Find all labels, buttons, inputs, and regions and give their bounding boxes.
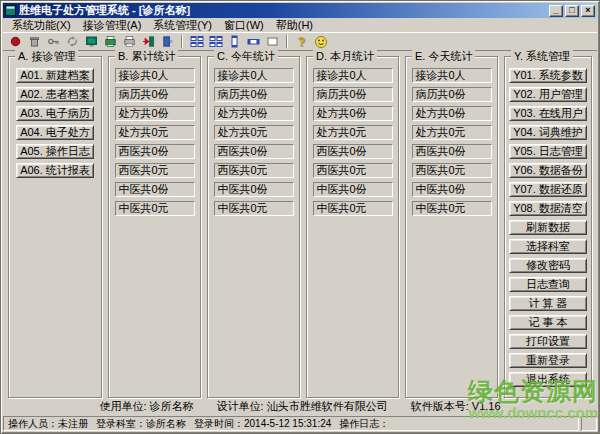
- stat-field: 西医共0元: [214, 163, 294, 178]
- field-column: 接诊共0人 病历共0份 处方共0份 处方共0元 西医共0份 西医共0元 中医共0…: [208, 57, 299, 397]
- button-y08-data-clear[interactable]: Y08. 数据清空: [509, 201, 587, 216]
- button-y05-log-management[interactable]: Y05. 日志管理: [509, 144, 587, 159]
- button-a01-new-file[interactable]: A01. 新建档案: [16, 68, 94, 83]
- button-a06-statistics-report[interactable]: A06. 统计报表: [16, 163, 94, 178]
- footer-design-unit: 设计单位: 汕头市胜维软件有限公司: [217, 400, 388, 412]
- button-log-query[interactable]: 日志查询: [509, 277, 587, 292]
- stat-field: 中医共0元: [214, 201, 294, 216]
- tile-vertical-icon[interactable]: [225, 34, 244, 50]
- window-title: 胜维电子处方管理系统 - [诊所名称]: [19, 3, 546, 18]
- tile-windows-icon[interactable]: [187, 34, 206, 50]
- button-y07-data-restore[interactable]: Y07. 数据还原: [509, 182, 587, 197]
- button-column: Y01. 系统参数 Y02. 用户管理 Y03. 在线用户 Y04. 词典维护 …: [505, 57, 591, 397]
- button-print-settings[interactable]: 打印设置: [509, 334, 587, 349]
- printer-icon[interactable]: [120, 34, 139, 50]
- print-preview-icon[interactable]: [101, 34, 120, 50]
- app-window: 胜维电子处方管理系统 - [诊所名称] _ □ × 系统功能(X) 接诊管理(A…: [0, 0, 600, 434]
- stat-field: 中医共0份: [412, 182, 492, 197]
- panel-legend: E. 今天统计: [412, 50, 475, 63]
- button-y02-user-management[interactable]: Y02. 用户管理: [509, 87, 587, 102]
- stat-field: 西医共0元: [313, 163, 393, 178]
- button-a03-emr[interactable]: A03. 电子病历: [16, 106, 94, 121]
- footer-version: 软件版本号: V1.16: [411, 400, 501, 412]
- smiley-icon[interactable]: [311, 34, 330, 50]
- stat-field: 处方共0份: [115, 106, 195, 121]
- stat-field: 接诊共0人: [214, 68, 294, 83]
- exit-icon[interactable]: [158, 34, 177, 50]
- status-bar: 操作人员：未注册 登录科室：诊所名称 登录时间：2014-5-12 15:31:…: [3, 416, 597, 431]
- button-relogin[interactable]: 重新登录: [509, 353, 587, 368]
- arrange-windows-icon[interactable]: [263, 34, 282, 50]
- menu-item-system-management[interactable]: 系统管理(Y): [147, 18, 218, 32]
- help-icon[interactable]: ?: [292, 34, 311, 50]
- panel-reception-management: A. 接诊管理 A01. 新建档案 A02. 患者档案 A03. 电子病历 A0…: [8, 56, 102, 398]
- stat-field: 处方共0元: [313, 125, 393, 140]
- monitor-icon[interactable]: [82, 34, 101, 50]
- status-operation-log: 操作日志：: [339, 417, 389, 431]
- button-a04-eprescription[interactable]: A04. 电子处方: [16, 125, 94, 140]
- stat-field: 中医共0元: [313, 201, 393, 216]
- field-column: 接诊共0人 病历共0份 处方共0份 处方共0元 西医共0份 西医共0元 中医共0…: [109, 57, 200, 397]
- minimize-button[interactable]: _: [549, 5, 563, 17]
- button-calculator[interactable]: 计 算 器: [509, 296, 587, 311]
- status-panel-main: 操作人员：未注册 登录科室：诊所名称 登录时间：2014-5-12 15:31:…: [3, 416, 579, 431]
- stat-field: 中医共0元: [412, 201, 492, 216]
- stat-field: 西医共0份: [412, 144, 492, 159]
- stat-field: 病历共0份: [313, 87, 393, 102]
- toolbar-separator: [181, 35, 183, 48]
- panel-system-management: Y. 系统管理 Y01. 系统参数 Y02. 用户管理 Y03. 在线用户 Y0…: [504, 56, 592, 398]
- refresh-icon[interactable]: [63, 34, 82, 50]
- field-column: 接诊共0人 病历共0份 处方共0份 处方共0元 西医共0份 西医共0元 中医共0…: [406, 57, 497, 397]
- panel-legend: C. 今年统计: [214, 50, 278, 63]
- stat-field: 西医共0份: [115, 144, 195, 159]
- status-login-department: 登录科室：诊所名称: [96, 417, 186, 431]
- panel-today-stats: E. 今天统计 接诊共0人 病历共0份 处方共0份 处方共0元 西医共0份 西医…: [405, 56, 498, 398]
- menu-item-help[interactable]: 帮助(H): [270, 18, 319, 32]
- stat-field: 中医共0份: [214, 182, 294, 197]
- new-record-icon[interactable]: [6, 34, 25, 50]
- button-a05-operation-log[interactable]: A05. 操作日志: [16, 144, 94, 159]
- stat-field: 处方共0元: [412, 125, 492, 140]
- menu-item-window[interactable]: 窗口(W): [218, 18, 270, 32]
- delete-icon[interactable]: [25, 34, 44, 50]
- close-button[interactable]: ×: [581, 5, 595, 17]
- button-y03-online-users[interactable]: Y03. 在线用户: [509, 106, 587, 121]
- button-y04-dictionary-maintenance[interactable]: Y04. 词典维护: [509, 125, 587, 140]
- panel-this-year-stats: C. 今年统计 接诊共0人 病历共0份 处方共0份 处方共0元 西医共0份 西医…: [207, 56, 300, 398]
- button-y06-data-backup[interactable]: Y06. 数据备份: [509, 163, 587, 178]
- stat-field: 病历共0份: [412, 87, 492, 102]
- stat-field: 处方共0元: [214, 125, 294, 140]
- toolbar: ?: [3, 32, 597, 50]
- button-y01-system-params[interactable]: Y01. 系统参数: [509, 68, 587, 83]
- title-bar: 胜维电子处方管理系统 - [诊所名称] _ □ ×: [3, 3, 597, 18]
- status-operator: 操作人员：未注册: [8, 417, 88, 431]
- button-exit-system[interactable]: 退出系统: [509, 372, 587, 387]
- stat-field: 中医共0元: [115, 201, 195, 216]
- toolbar-separator: [286, 35, 288, 48]
- button-a02-patient-files[interactable]: A02. 患者档案: [16, 87, 94, 102]
- key-icon[interactable]: [44, 34, 63, 50]
- stat-field: 处方共0元: [115, 125, 195, 140]
- stat-field: 接诊共0人: [115, 68, 195, 83]
- button-notepad[interactable]: 记 事 本: [509, 315, 587, 330]
- panel-legend: A. 接诊管理: [15, 50, 78, 63]
- menu-item-system-functions[interactable]: 系统功能(X): [6, 18, 77, 32]
- tile-horizontal-icon[interactable]: [244, 34, 263, 50]
- panel-this-month-stats: D. 本月统计 接诊共0人 病历共0份 处方共0份 处方共0元 西医共0份 西医…: [306, 56, 399, 398]
- footer-info: 使用单位: 诊所名称 设计单位: 汕头市胜维软件有限公司 软件版本号: V1.1…: [3, 399, 597, 414]
- field-column: 接诊共0人 病历共0份 处方共0份 处方共0元 西医共0份 西医共0元 中医共0…: [307, 57, 398, 397]
- stat-field: 处方共0份: [214, 106, 294, 121]
- button-change-password[interactable]: 修改密码: [509, 258, 587, 273]
- button-column: A01. 新建档案 A02. 患者档案 A03. 电子病历 A04. 电子处方 …: [9, 57, 101, 397]
- app-icon-glyph: [5, 5, 16, 16]
- menu-item-reception-management[interactable]: 接诊管理(A): [77, 18, 148, 32]
- button-select-department[interactable]: 选择科室: [509, 239, 587, 254]
- stat-field: 处方共0份: [313, 106, 393, 121]
- export-icon[interactable]: [139, 34, 158, 50]
- stat-field: 病历共0份: [115, 87, 195, 102]
- stat-field: 西医共0元: [115, 163, 195, 178]
- cascade-windows-icon[interactable]: [206, 34, 225, 50]
- maximize-button[interactable]: □: [565, 5, 579, 17]
- button-refresh-data[interactable]: 刷新数据: [509, 220, 587, 235]
- status-login-time: 登录时间：2014-5-12 15:31:24: [194, 417, 331, 431]
